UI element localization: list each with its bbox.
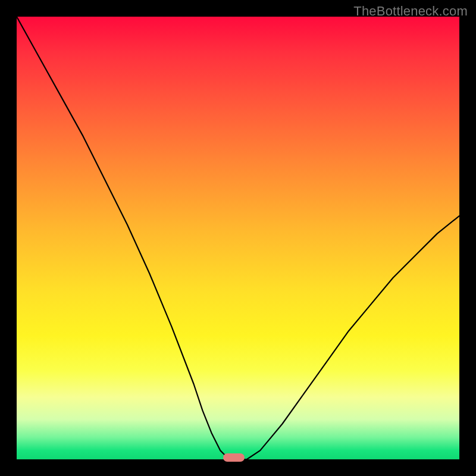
optimal-marker (223, 453, 245, 462)
watermark-text: TheBottleneck.com (353, 4, 468, 19)
plot-area (17, 17, 459, 459)
bottleneck-curve (17, 17, 459, 459)
curve-svg (17, 17, 459, 459)
chart-frame: TheBottleneck.com (0, 0, 476, 476)
